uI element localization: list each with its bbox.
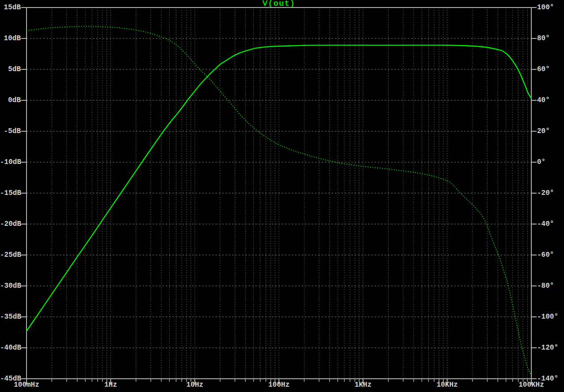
y-left-tick-label: -20dB [0,220,21,228]
x-tick-label: 10KHz [421,381,474,389]
x-tick-label: 10Hz [168,381,221,389]
y-right-tick-label: -100° [537,313,564,321]
y-right-tick-label: 20° [537,127,564,135]
y-left-tick-label: -35dB [0,313,21,321]
y-right-tick-label: -80° [537,282,564,290]
y-right-tick-label: -120° [537,344,564,352]
grid-lines [27,8,531,379]
x-tick-label: 100KHz [505,381,558,389]
y-right-tick-label: -40° [537,220,564,228]
x-tick-label: 1KHz [336,381,389,389]
y-right-tick-label: 60° [537,65,564,73]
y-left-tick-label: -30dB [0,282,21,290]
y-left-tick-label: -40dB [0,344,21,352]
x-tick-label: 100mHz [0,381,53,389]
y-left-tick-label: -15dB [0,189,21,197]
y-left-tick-label: 10dB [0,34,21,42]
plot-canvas [0,0,564,392]
waveform-pane[interactable]: V(out) 15dB10dB5dB0dB-5dB-10dB-15dB-20dB… [0,0,564,392]
y-right-tick-label: 80° [537,34,564,42]
y-right-tick-label: 100° [537,4,564,11]
x-tick-label: 100Hz [252,381,305,389]
y-left-tick-label: -25dB [0,251,21,259]
y-left-tick-label: -5dB [0,127,21,135]
y-left-tick-label: 5dB [0,65,21,73]
y-right-tick-label: 0° [537,158,564,166]
y-left-tick-label: 0dB [0,96,21,104]
y-right-tick-label: -20° [537,189,564,197]
y-right-tick-label: 40° [537,96,564,104]
y-right-tick-label: -60° [537,251,564,259]
y-left-tick-label: -10dB [0,158,21,166]
x-tick-label: 1Hz [84,381,137,389]
y-left-tick-label: 15dB [0,4,21,11]
